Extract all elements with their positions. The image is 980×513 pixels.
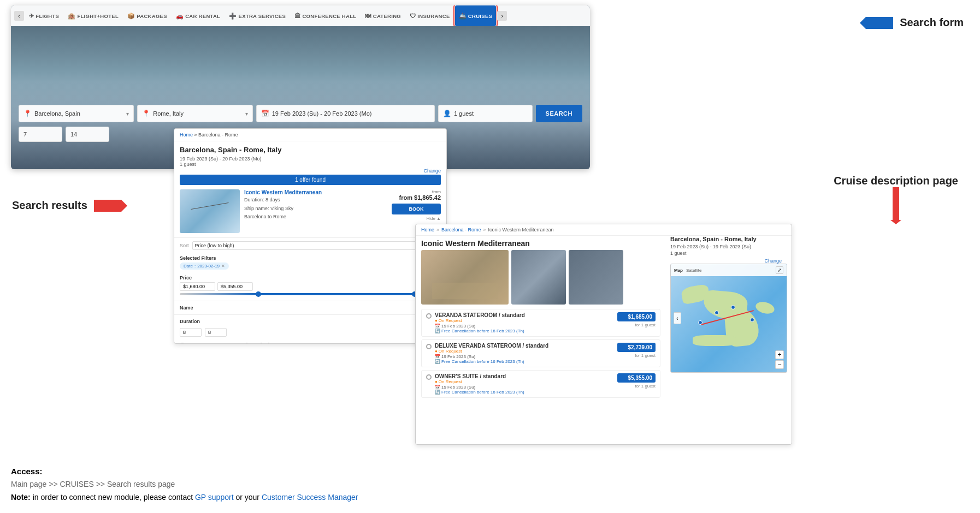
search-results-label-group: Search results bbox=[12, 199, 121, 212]
search-form-arrow bbox=[866, 17, 893, 29]
offer-info: Iconic Western Mediterranean Duration: 8… bbox=[244, 189, 387, 233]
search-results-panel: Home » Barcelona - Rome Barcelona, Spain… bbox=[174, 128, 447, 344]
offer-count-bar: 1 offer found bbox=[180, 175, 441, 185]
access-title: Access: bbox=[11, 464, 358, 479]
nav-prev-button[interactable]: ‹ bbox=[14, 11, 24, 21]
map-marker-waypoint1 bbox=[715, 311, 719, 315]
cdp-orange-dot-3: ● bbox=[435, 379, 438, 384]
cdp-room-price-2: $2,739.00 bbox=[617, 343, 656, 352]
cdp-room-name-1: VERANDA STATEROOM / standard bbox=[435, 312, 614, 318]
breadcrumb-home-link[interactable]: Home bbox=[180, 132, 193, 138]
hide-button[interactable]: Hide ▲ bbox=[392, 216, 441, 221]
cdp-room-radio-2[interactable] bbox=[426, 344, 432, 349]
cdp-orange-dot-2: ● bbox=[435, 349, 438, 354]
flights-icon: ✈ bbox=[29, 13, 34, 20]
csm-link[interactable]: Customer Success Manager bbox=[262, 493, 358, 502]
num2-input[interactable]: 14 bbox=[66, 127, 109, 142]
nav-extra-services[interactable]: ➕ EXTRA SERVICES bbox=[225, 5, 290, 26]
cdp-breadcrumb: Home » Barcelona - Rome » Iconic Western… bbox=[416, 224, 792, 236]
num1-input[interactable]: 7 bbox=[19, 127, 62, 142]
price-slider[interactable] bbox=[180, 293, 441, 295]
search-button[interactable]: SEARCH bbox=[536, 105, 582, 122]
cdp-right-column: Barcelona, Spain - Rome, Italy 19 Feb 20… bbox=[666, 236, 792, 404]
nav-catering[interactable]: 🍽 CATERING bbox=[361, 5, 405, 26]
filter-tags: Date: 2023-02-19 ✕ bbox=[180, 263, 441, 270]
price-filter-section: Price $1,680.00 $5,355.00 bbox=[174, 272, 446, 301]
map-tab-satellite[interactable]: Satellite bbox=[686, 268, 701, 273]
dates-input[interactable]: 📅 19 Feb 2023 (Su) - 20 Feb 2023 (Mo) bbox=[256, 105, 435, 122]
cdp-breadcrumb-route[interactable]: Barcelona - Rome bbox=[441, 227, 481, 232]
map-marker-rome bbox=[750, 318, 754, 322]
nav-next-button[interactable]: › bbox=[497, 11, 507, 21]
name-filter-header[interactable]: Name ▾ bbox=[180, 303, 441, 312]
room-radio-1[interactable] bbox=[180, 343, 185, 344]
access-section: Access: Main page >> CRUISES >> Search r… bbox=[11, 464, 358, 504]
nav-flights[interactable]: ✈ FLIGHTS bbox=[25, 5, 63, 26]
destination-location-icon: 📍 bbox=[142, 110, 150, 117]
nav-car-rental[interactable]: 🚗 CAR RENTAL bbox=[172, 5, 224, 26]
map-zoom-in-button[interactable]: + bbox=[775, 350, 784, 359]
offer-from-label: from bbox=[392, 189, 441, 194]
nav-insurance[interactable]: 🛡 INSURANCE bbox=[406, 5, 454, 26]
search-form-label: Search form bbox=[900, 16, 964, 29]
results-guests: 1 guest bbox=[174, 162, 446, 167]
cdp-room-date-1: 📅 19 Feb 2023 (Su) bbox=[435, 324, 614, 329]
gp-support-link[interactable]: GP support bbox=[195, 493, 234, 502]
guests-input[interactable]: 👤 1 guest bbox=[438, 105, 533, 122]
duration-filter-header[interactable]: Duration ▴ bbox=[180, 317, 441, 326]
map-left-arrow[interactable]: ‹ bbox=[674, 312, 681, 324]
cdp-title: Iconic Western Mediterranean bbox=[416, 236, 666, 250]
cdp-body: Iconic Western Mediterranean VERANDA STA… bbox=[416, 236, 792, 404]
cdp-guests: 1 guest bbox=[670, 250, 782, 256]
duration-min-input[interactable]: 8 bbox=[180, 328, 202, 337]
cdp-room-content-3: OWNER'S SUITE / standard ● On Request 📅 … bbox=[435, 373, 614, 395]
cdp-cancel-icon-3: 🔄 bbox=[435, 390, 440, 395]
price-min-input[interactable]: $1,680.00 bbox=[180, 282, 215, 291]
cdp-photos bbox=[416, 250, 666, 309]
cdp-map: Map Satellite ⤢ ‹ + bbox=[670, 264, 787, 373]
conference-icon: 🏛 bbox=[294, 13, 300, 19]
cdp-photo-3 bbox=[569, 250, 623, 305]
cdp-room-radio-1[interactable] bbox=[426, 313, 432, 319]
cdp-room-price-col-2: $2,739.00 for 1 guest bbox=[617, 343, 656, 358]
map-land-4 bbox=[693, 335, 736, 346]
price-slider-min-thumb[interactable] bbox=[256, 291, 261, 297]
cdp-breadcrumb-cruise: Iconic Western Mediterranean bbox=[488, 227, 554, 232]
price-max-input[interactable]: $5,355.00 bbox=[217, 282, 253, 291]
cdp-cal-1: 📅 bbox=[435, 324, 440, 329]
origin-input[interactable]: 📍 Barcelona, Spain ▾ bbox=[19, 105, 134, 122]
offer-row: Iconic Western Mediterranean Duration: 8… bbox=[174, 185, 446, 238]
map-expand-button[interactable]: ⤢ bbox=[776, 266, 783, 274]
cdp-change-button[interactable]: Change bbox=[670, 258, 782, 264]
list-item: VERANDA STATEROOM / standard ● On Reques… bbox=[180, 339, 441, 344]
cdp-cancel-icon-1: 🔄 bbox=[435, 329, 440, 333]
duration-max-input[interactable]: 8 bbox=[205, 328, 227, 337]
cdp-map-toolbar: Map Satellite ⤢ bbox=[671, 264, 787, 276]
cdp-breadcrumb-home[interactable]: Home bbox=[421, 227, 434, 232]
sort-select[interactable]: Price (low to high) bbox=[192, 241, 441, 250]
packages-icon: 📦 bbox=[127, 13, 135, 20]
nav-cruises[interactable]: 🚢 CRUISES bbox=[455, 5, 497, 26]
filter-date-remove[interactable]: ✕ bbox=[221, 264, 225, 269]
list-item: OWNER'S SUITE / standard ● On Request 📅 … bbox=[421, 370, 660, 398]
cdp-room-radio-3[interactable] bbox=[426, 374, 432, 380]
cdp-photo-2 bbox=[511, 250, 566, 305]
nav-packages[interactable]: 📦 PACKAGES bbox=[123, 5, 171, 26]
access-note: Note: in order to connect new module, pl… bbox=[11, 491, 358, 504]
nav-flight-hotel[interactable]: 🏨 FLIGHT+HOTEL bbox=[64, 5, 122, 26]
destination-input[interactable]: 📍 Rome, Italy ▾ bbox=[137, 105, 252, 122]
map-tab-map[interactable]: Map bbox=[674, 268, 683, 273]
search-results-label: Search results bbox=[12, 199, 87, 212]
offer-price: from $1,865.42 bbox=[392, 194, 441, 201]
access-note-label: Note: bbox=[11, 493, 31, 502]
book-button[interactable]: BOOK bbox=[392, 204, 441, 214]
map-zoom-out-button[interactable]: − bbox=[775, 360, 784, 369]
offer-map-thumbnail bbox=[180, 189, 240, 233]
cdp-room-price-col-3: $5,355.00 for 1 guest bbox=[617, 373, 656, 389]
nav-conference[interactable]: 🏛 CONFERENCE HALL bbox=[291, 5, 360, 26]
results-change-button[interactable]: Change bbox=[174, 167, 446, 175]
search-row-1: 📍 Barcelona, Spain ▾ 📍 Rome, Italy ▾ 📅 1… bbox=[19, 105, 582, 122]
map-marker-barcelona bbox=[698, 320, 702, 325]
access-path: Main page >> CRUISES >> Search results p… bbox=[11, 478, 358, 491]
cdp-room-date-3: 📅 19 Feb 2023 (Su) bbox=[435, 385, 614, 390]
